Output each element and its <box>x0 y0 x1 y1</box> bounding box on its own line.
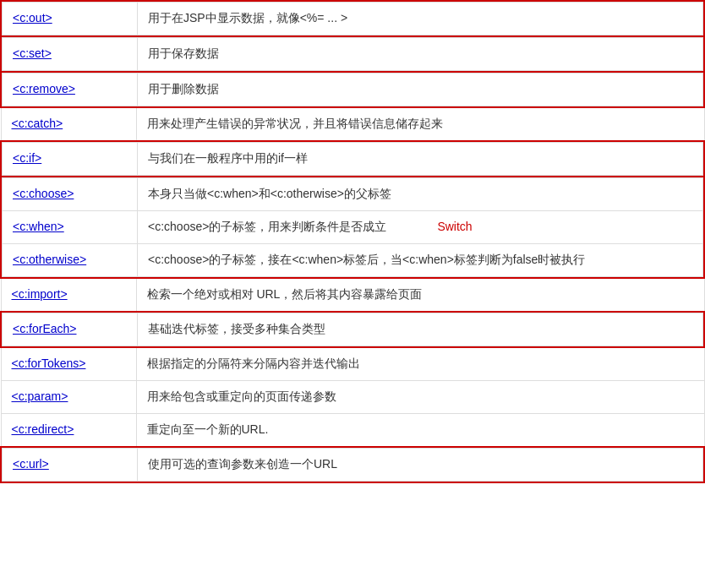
desc-cell-c-param: 用来给包含或重定向的页面传递参数 <box>136 381 704 414</box>
table-row-c-set: <c:set>用于保存数据 <box>1 36 704 72</box>
main-table: <c:out>用于在JSP中显示数据，就像<%= ... ><c:set>用于保… <box>0 0 705 483</box>
desc-cell-c-catch: 用来处理产生错误的异常状况，并且将错误信息储存起来 <box>136 107 704 141</box>
group-row-choose: <c:choose>本身只当做<c:when>和<c:otherwise>的父标… <box>1 177 704 278</box>
tag-link-c-forTokens[interactable]: <c:forTokens> <box>12 357 86 370</box>
table-row-c-redirect: <c:redirect>重定向至一个新的URL. <box>1 414 704 448</box>
tag-link-c-choose[interactable]: <c:choose> <box>13 187 74 200</box>
desc-cell-c-out: 用于在JSP中显示数据，就像<%= ... > <box>138 3 703 35</box>
tag-link-c-if[interactable]: <c:if> <box>13 151 41 165</box>
desc-cell-c-redirect: 重定向至一个新的URL. <box>136 414 704 448</box>
desc-cell-c-import: 检索一个绝对或相对 URL，然后将其内容暴露给页面 <box>136 278 704 312</box>
table-row-c-if: <c:if>与我们在一般程序中用的if一样 <box>1 141 704 177</box>
tag-link-c-when[interactable]: <c:when> <box>13 220 64 233</box>
tag-link-c-param[interactable]: <c:param> <box>12 389 68 403</box>
tag-link-c-remove[interactable]: <c:remove> <box>13 82 75 95</box>
table-row-c-choose: <c:choose>本身只当做<c:when>和<c:otherwise>的父标… <box>3 178 703 211</box>
desc-cell-c-forEach: 基础迭代标签，接受多种集合类型 <box>138 313 703 346</box>
table-row-c-url: <c:url>使用可选的查询参数来创造一个URL <box>1 447 704 482</box>
tag-link-c-redirect[interactable]: <c:redirect> <box>12 422 74 436</box>
tag-link-c-out[interactable]: <c:out> <box>13 11 52 24</box>
table-row-c-out: <c:out>用于在JSP中显示数据，就像<%= ... > <box>1 1 704 36</box>
tag-link-c-set[interactable]: <c:set> <box>13 46 52 60</box>
table-row-c-remove: <c:remove>用于删除数据 <box>1 72 704 107</box>
table-row-c-forEach: <c:forEach>基础迭代标签，接受多种集合类型 <box>1 312 704 347</box>
desc-cell-c-when: <c:choose>的子标签，用来判断条件是否成立Switch <box>138 211 703 244</box>
table-row-c-param: <c:param>用来给包含或重定向的页面传递参数 <box>1 381 704 414</box>
table-row-c-forTokens: <c:forTokens>根据指定的分隔符来分隔内容并迭代输出 <box>1 347 704 381</box>
tag-link-c-otherwise[interactable]: <c:otherwise> <box>13 253 86 266</box>
table-row-c-catch: <c:catch>用来处理产生错误的异常状况，并且将错误信息储存起来 <box>1 107 704 141</box>
desc-cell-c-remove: 用于删除数据 <box>138 74 703 106</box>
desc-cell-c-set: 用于保存数据 <box>138 38 703 71</box>
table-row-c-when: <c:when><c:choose>的子标签，用来判断条件是否成立Switch <box>3 211 703 244</box>
switch-label: Switch <box>437 220 472 233</box>
desc-cell-c-url: 使用可选的查询参数来创造一个URL <box>138 449 703 482</box>
desc-cell-c-otherwise: <c:choose>的子标签，接在<c:when>标签后，当<c:when>标签… <box>138 244 703 277</box>
tag-link-c-url[interactable]: <c:url> <box>13 457 49 471</box>
tag-link-c-forEach[interactable]: <c:forEach> <box>13 322 77 335</box>
tag-link-c-import[interactable]: <c:import> <box>12 287 68 301</box>
table-row-c-import: <c:import>检索一个绝对或相对 URL，然后将其内容暴露给页面 <box>1 278 704 312</box>
desc-cell-c-forTokens: 根据指定的分隔符来分隔内容并迭代输出 <box>136 347 704 381</box>
desc-cell-c-if: 与我们在一般程序中用的if一样 <box>138 143 703 176</box>
table-row-c-otherwise: <c:otherwise><c:choose>的子标签，接在<c:when>标签… <box>3 244 703 277</box>
desc-cell-c-choose: 本身只当做<c:when>和<c:otherwise>的父标签 <box>138 178 703 211</box>
tag-link-c-catch[interactable]: <c:catch> <box>12 117 63 130</box>
